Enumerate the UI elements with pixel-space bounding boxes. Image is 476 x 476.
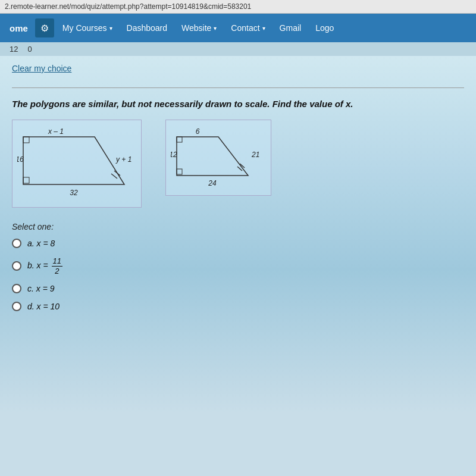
- radio-a[interactable]: [12, 239, 21, 248]
- svg-marker-0: [23, 137, 124, 184]
- option-a[interactable]: a. x = 8: [12, 239, 464, 248]
- p1-bottom-label: 32: [70, 189, 78, 197]
- radio-c[interactable]: [12, 284, 21, 293]
- polygon-2-svg: 6 12 21 24: [171, 125, 266, 190]
- navbar: ome ⚙ My Courses ▾ Dashboard Website ▾ C…: [0, 14, 476, 42]
- polygons-container: x – 1 16 y + 1 32: [12, 120, 464, 208]
- svg-rect-2: [23, 137, 29, 143]
- home-link[interactable]: ome: [5, 23, 33, 33]
- radio-b[interactable]: [12, 261, 21, 271]
- p1-left-label: 16: [17, 155, 24, 164]
- chevron-down-icon: ▾: [109, 25, 112, 32]
- polygon-1: x – 1 16 y + 1 32: [12, 120, 142, 208]
- svg-rect-7: [177, 137, 182, 142]
- option-c-text: c. x = 9: [27, 284, 55, 293]
- p2-right-label: 21: [251, 151, 259, 159]
- p2-bottom-label: 24: [208, 179, 217, 187]
- address-bar: 2.remote-learner.net/mod/quiz/attempt.ph…: [0, 0, 476, 14]
- nav-my-courses[interactable]: My Courses ▾: [57, 21, 118, 35]
- svg-rect-1: [23, 177, 29, 183]
- polygon-2: 6 12 21 24: [165, 120, 271, 196]
- select-one-label: Select one:: [12, 222, 464, 231]
- option-a-text: a. x = 8: [27, 239, 55, 248]
- question-text: The polygons are similar, but not necess…: [12, 98, 464, 110]
- p2-left-label: 12: [171, 151, 177, 159]
- fraction-b: 11 2: [52, 256, 62, 275]
- options-list: a. x = 8 b. x = 11 2 c. x = 9 d. x = 10: [12, 239, 464, 311]
- nav-dashboard[interactable]: Dashboard: [121, 21, 174, 35]
- gear-icon[interactable]: ⚙: [35, 18, 54, 37]
- radio-d[interactable]: [12, 302, 21, 311]
- nav-logo[interactable]: Logo: [309, 21, 340, 35]
- score-1: 12: [10, 45, 18, 54]
- score-row: 12 0: [0, 42, 476, 56]
- option-c[interactable]: c. x = 9: [12, 284, 464, 293]
- divider: [12, 87, 464, 88]
- svg-line-4: [114, 171, 120, 176]
- chevron-down-icon: ▾: [214, 25, 217, 32]
- p2-top-label: 6: [196, 127, 200, 136]
- nav-website[interactable]: Website ▾: [176, 21, 223, 35]
- option-b[interactable]: b. x = 11 2: [12, 256, 464, 275]
- p1-top-label: x – 1: [48, 127, 64, 136]
- nav-gmail[interactable]: Gmail: [274, 21, 308, 35]
- main-content: Clear my choice The polygons are similar…: [0, 56, 476, 413]
- option-b-text: b. x = 11 2: [27, 256, 64, 275]
- chevron-down-icon: ▾: [262, 25, 265, 32]
- svg-marker-5: [177, 137, 248, 176]
- option-d[interactable]: d. x = 10: [12, 302, 464, 311]
- option-d-text: d. x = 10: [27, 302, 60, 311]
- score-2: 0: [27, 45, 32, 54]
- p1-right-label: y + 1: [115, 155, 131, 164]
- clear-choice-link[interactable]: Clear my choice: [12, 64, 71, 73]
- url-text: 2.remote-learner.net/mod/quiz/attempt.ph…: [5, 2, 251, 11]
- polygon-1-svg: x – 1 16 y + 1 32: [17, 125, 136, 202]
- svg-rect-6: [177, 169, 182, 174]
- svg-line-3: [111, 174, 117, 178]
- nav-contact[interactable]: Contact ▾: [225, 21, 271, 35]
